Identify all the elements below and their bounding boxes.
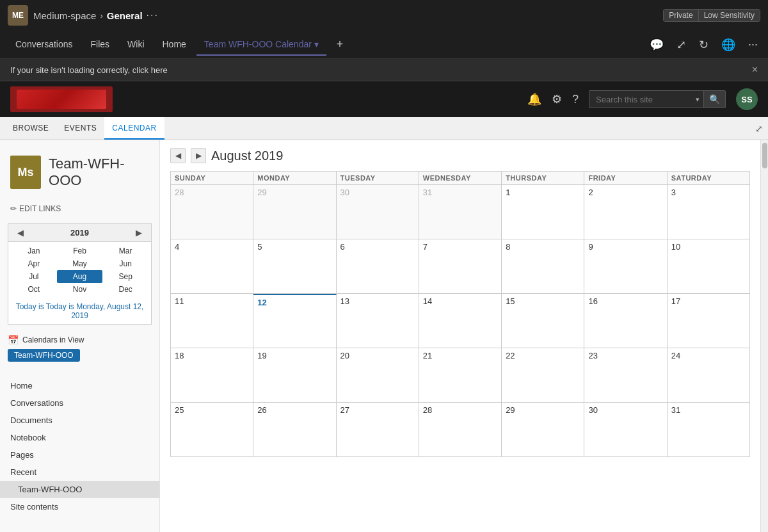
mini-cal-prev-button[interactable]: ◀ <box>13 227 28 239</box>
cal-cell-16[interactable]: 16 <box>584 294 667 348</box>
ribbon-tab-browse[interactable]: BROWSE <box>5 117 56 140</box>
cal-cell-31-jul[interactable]: 31 <box>419 185 502 239</box>
mini-cal-mar[interactable]: Mar <box>102 245 148 257</box>
reload-icon[interactable]: ↻ <box>696 35 711 54</box>
cal-cell-7[interactable]: 7 <box>419 239 502 294</box>
mini-cal-jan[interactable]: Jan <box>11 245 57 257</box>
cal-cell-10[interactable]: 10 <box>668 239 750 294</box>
mini-cal-feb[interactable]: Feb <box>57 245 103 257</box>
mini-cal-next-button[interactable]: ▶ <box>132 227 146 239</box>
tab-home[interactable]: Home <box>155 34 194 56</box>
cal-cell-18[interactable]: 18 <box>171 348 253 403</box>
cal-cell-23[interactable]: 23 <box>584 348 667 403</box>
nav-notebook[interactable]: Notebook <box>0 429 159 446</box>
cal-cell-13[interactable]: 13 <box>337 294 419 348</box>
cal-cell-24[interactable]: 24 <box>668 348 750 403</box>
cal-cell-14[interactable]: 14 <box>419 294 502 348</box>
cal-cell-12-today[interactable]: 12 <box>253 294 336 348</box>
nav-conversations[interactable]: Conversations <box>0 394 159 412</box>
space-name: Medium-space <box>33 10 96 21</box>
header-tuesday: TUESDAY <box>337 172 419 185</box>
tab-conversations[interactable]: Conversations <box>8 34 81 56</box>
nav-recent[interactable]: Recent <box>0 463 159 481</box>
bell-icon[interactable]: 🔔 <box>527 92 541 106</box>
more-options-icon[interactable]: ··· <box>746 35 760 54</box>
tab-wfh-calendar[interactable]: Team WFH-OOO Calendar ▾ <box>196 34 326 56</box>
add-tab-button[interactable]: + <box>332 35 349 54</box>
ribbon-tab-calendar[interactable]: CALENDAR <box>104 117 164 140</box>
nav-documents[interactable]: Documents <box>0 412 159 429</box>
sp-body: Ms Team-WFH-OOO ✏ EDIT LINKS ◀ 2019 ▶ Ja… <box>0 140 768 532</box>
help-icon[interactable]: ? <box>572 93 579 106</box>
search-submit-button[interactable]: 🔍 <box>703 91 725 108</box>
site-logo-area: Ms Team-WFH-OOO <box>0 150 159 202</box>
expand-icon[interactable]: ⤢ <box>674 35 689 54</box>
today-date-link[interactable]: Today is Monday, August 12, 2019 <box>46 302 144 320</box>
cal-cell-15[interactable]: 15 <box>502 294 584 348</box>
calendar-prev-button[interactable]: ◀ <box>170 148 186 163</box>
nav-pages[interactable]: Pages <box>0 446 159 463</box>
mini-cal-nov[interactable]: Nov <box>57 283 103 296</box>
cal-cell-29[interactable]: 29 <box>502 403 584 457</box>
cal-cell-30[interactable]: 30 <box>584 403 667 457</box>
calendars-in-view-title: 📅 Calendars in View <box>8 335 152 345</box>
calendar-next-button[interactable]: ▶ <box>191 148 206 163</box>
scroll-thumb[interactable] <box>762 143 767 168</box>
mini-cal-sep[interactable]: Sep <box>102 270 148 283</box>
cal-cell-31[interactable]: 31 <box>668 403 750 457</box>
cal-cell-19[interactable]: 19 <box>253 348 336 403</box>
cal-cell-2[interactable]: 2 <box>584 185 667 239</box>
cal-cell-3[interactable]: 3 <box>668 185 750 239</box>
mini-cal-header: ◀ 2019 ▶ <box>8 224 151 242</box>
cal-cell-25[interactable]: 25 <box>171 403 253 457</box>
tab-files[interactable]: Files <box>83 34 118 56</box>
tab-wiki[interactable]: Wiki <box>120 34 152 56</box>
expand-ribbon-button[interactable]: ⤢ <box>755 124 763 134</box>
mini-cal-jul[interactable]: Jul <box>11 270 57 283</box>
cal-cell-4[interactable]: 4 <box>171 239 253 294</box>
cal-cell-11[interactable]: 11 <box>171 294 253 348</box>
cal-cell-29-jul[interactable]: 29 <box>253 185 336 239</box>
calendar-chip[interactable]: Team-WFH-OOO <box>8 349 80 362</box>
settings-icon[interactable]: ⚙ <box>552 92 562 106</box>
banner-close-button[interactable]: × <box>752 64 758 76</box>
cal-cell-22[interactable]: 22 <box>502 348 584 403</box>
nav-team-wfh-ooo[interactable]: Team-WFH-OOO <box>0 481 159 498</box>
cal-cell-9[interactable]: 9 <box>584 239 667 294</box>
mini-cal-dec[interactable]: Dec <box>102 283 148 296</box>
top-bar-title: Medium-space › General ··· <box>33 10 159 21</box>
cal-cell-5[interactable]: 5 <box>253 239 336 294</box>
sp-logo-image <box>10 86 113 112</box>
search-input[interactable] <box>589 92 692 108</box>
mini-cal-months: Jan Feb Mar Apr May Jun Jul Aug Sep Oct … <box>8 242 151 298</box>
mini-cal-oct[interactable]: Oct <box>11 283 57 296</box>
cal-cell-8[interactable]: 8 <box>502 239 584 294</box>
cal-cell-28[interactable]: 28 <box>419 403 502 457</box>
cal-cell-6[interactable]: 6 <box>337 239 419 294</box>
right-scrollbar[interactable] <box>760 140 768 532</box>
globe-icon[interactable]: 🌐 <box>719 35 738 54</box>
cal-cell-28-jul[interactable]: 28 <box>171 185 253 239</box>
mini-cal-apr[interactable]: Apr <box>11 257 57 270</box>
cal-cell-17[interactable]: 17 <box>668 294 750 348</box>
ribbon-tab-events[interactable]: EVENTS <box>56 117 104 140</box>
cal-cell-20[interactable]: 20 <box>337 348 419 403</box>
search-dropdown-button[interactable]: ▾ <box>692 93 703 106</box>
edit-links-button[interactable]: ✏ EDIT LINKS <box>0 202 159 218</box>
mini-cal-may[interactable]: May <box>57 257 103 270</box>
more-options-dots[interactable]: ··· <box>147 10 159 21</box>
mini-cal-jun[interactable]: Jun <box>102 257 148 270</box>
cal-cell-30-jul[interactable]: 30 <box>337 185 419 239</box>
nav-home[interactable]: Home <box>0 377 159 394</box>
sp-user-avatar[interactable]: SS <box>736 88 758 110</box>
mini-cal-year: 2019 <box>70 228 89 238</box>
cal-cell-26[interactable]: 26 <box>253 403 336 457</box>
chat-icon[interactable]: 💬 <box>647 35 666 54</box>
cal-cell-1[interactable]: 1 <box>502 185 584 239</box>
mini-calendar: ◀ 2019 ▶ Jan Feb Mar Apr May Jun Jul Aug… <box>8 223 152 325</box>
cal-cell-27[interactable]: 27 <box>337 403 419 457</box>
cal-cell-21[interactable]: 21 <box>419 348 502 403</box>
nav-site-contents[interactable]: Site contents <box>0 498 159 515</box>
header-wednesday: WEDNESDAY <box>419 172 502 185</box>
mini-cal-aug[interactable]: Aug <box>57 270 103 283</box>
